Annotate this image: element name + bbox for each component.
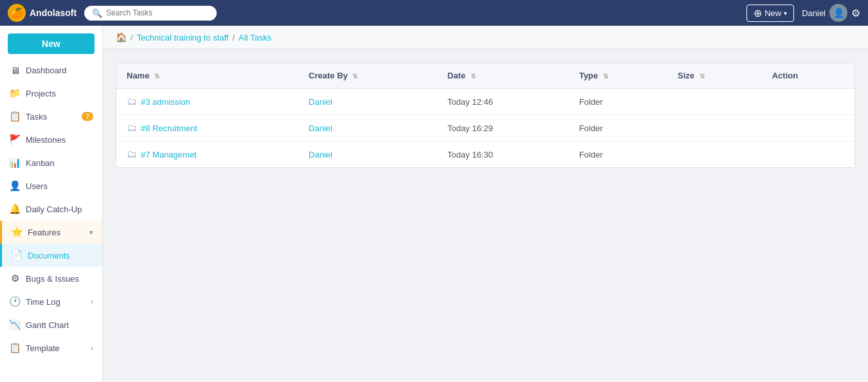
sidebar-label-template: Template (26, 343, 60, 353)
user-name: Daniel (802, 8, 826, 18)
sidebar-item-milestones[interactable]: 🚩 Milestones (0, 128, 102, 151)
breadcrumb-current[interactable]: All Tasks (239, 33, 271, 42)
cell-date: Today 12:46 (437, 89, 569, 115)
table-body: 🗂 #3 admission Daniel Today 12:46 Folder… (116, 89, 854, 168)
plus-icon: ⊕ (754, 7, 762, 19)
projects-icon: 📁 (9, 87, 21, 99)
cell-creator: Daniel (298, 115, 437, 141)
table-row: 🗂 #7 Managemet Daniel Today 16:30 Folder (116, 141, 854, 168)
users-icon: 👤 (9, 180, 21, 192)
cell-action (762, 141, 854, 168)
cell-action (762, 89, 854, 115)
dashboard-icon: 🖥 (9, 65, 21, 76)
cell-type: Folder (569, 141, 667, 168)
sidebar-label-gantt: Gantt Chart (26, 320, 69, 330)
documents-icon: 📄 (11, 250, 23, 261)
cell-date: Today 16:29 (437, 115, 569, 141)
cell-type: Folder (569, 89, 667, 115)
item-name[interactable]: 🗂 #3 admission (127, 96, 288, 107)
sidebar-item-bugs[interactable]: ⚙ Bugs & Issues (0, 267, 102, 290)
app-logo: 🍊 Andolasoft (8, 4, 77, 22)
folder-icon: 🗂 (127, 149, 137, 160)
new-button-top[interactable]: ⊕ New ▾ (746, 5, 794, 22)
topbar: 🍊 Andolasoft 🔍 ⊕ New ▾ Daniel 👤 ⚙ (0, 0, 868, 26)
chevron-left-icon-2: ‹ (91, 344, 93, 352)
kanban-icon: 📊 (9, 157, 21, 168)
template-icon: 📋 (9, 342, 21, 354)
sidebar-nav: 🖥 Dashboard 📁 Projects 📋 Tasks 7 🚩 Miles… (0, 59, 102, 382)
cell-creator: Daniel (298, 89, 437, 115)
sidebar-item-dashboard[interactable]: 🖥 Dashboard (0, 59, 102, 82)
sidebar-label-timelog: Time Log (26, 297, 60, 307)
features-icon: ⭐ (11, 226, 23, 238)
sidebar-label-users: Users (26, 181, 48, 191)
breadcrumb-project[interactable]: Technical training to staff (137, 33, 229, 42)
sidebar-item-template[interactable]: 📋 Template ‹ (0, 336, 102, 359)
bugs-icon: ⚙ (9, 273, 21, 284)
home-icon[interactable]: 🏠 (116, 32, 127, 42)
timelog-icon: 🕐 (9, 296, 21, 307)
sidebar-item-tasks[interactable]: 📋 Tasks 7 (0, 105, 102, 128)
sort-icon-type[interactable]: ⇅ (603, 73, 608, 80)
table-row: 🗂 #3 admission Daniel Today 12:46 Folder (116, 89, 854, 115)
search-input[interactable] (106, 8, 209, 17)
sidebar-item-projects[interactable]: 📁 Projects (0, 82, 102, 105)
logo-icon: 🍊 (8, 4, 26, 22)
cell-name: 🗂 #8 Recruitment (116, 115, 298, 141)
table-row: 🗂 #8 Recruitment Daniel Today 16:29 Fold… (116, 115, 854, 141)
sidebar: New 🖥 Dashboard 📁 Projects 📋 Tasks 7 🚩 M… (0, 26, 103, 382)
daily-catchup-icon: 🔔 (9, 203, 21, 215)
sidebar-item-kanban[interactable]: 📊 Kanban (0, 151, 102, 174)
doc-content: Name ⇅ Create By ⇅ Date ⇅ (103, 50, 868, 382)
user-area: Daniel 👤 ⚙ (802, 4, 860, 22)
sidebar-label-features: Features (28, 228, 60, 237)
item-name[interactable]: 🗂 #8 Recruitment (127, 122, 288, 134)
chevron-left-icon: ‹ (91, 298, 93, 305)
folder-icon: 🗂 (127, 96, 137, 107)
main-layout: New 🖥 Dashboard 📁 Projects 📋 Tasks 7 🚩 M… (0, 26, 868, 382)
cell-name: 🗂 #3 admission (116, 89, 298, 115)
sidebar-item-documents[interactable]: 📄 Documents (0, 244, 102, 267)
creator-name[interactable]: Daniel (309, 97, 332, 107)
breadcrumb: 🏠 / Technical training to staff / All Ta… (103, 26, 868, 50)
search-bar[interactable]: 🔍 (84, 6, 217, 21)
tasks-icon: 📋 (9, 111, 21, 122)
sidebar-item-timelog[interactable]: 🕐 Time Log ‹ (0, 290, 102, 313)
sidebar-label-daily-catchup: Daily Catch-Up (26, 205, 82, 214)
app-name: Andolasoft (30, 8, 77, 18)
creator-name[interactable]: Daniel (309, 123, 332, 133)
item-name[interactable]: 🗂 #7 Managemet (127, 149, 288, 160)
sidebar-item-gantt[interactable]: 📉 Gantt Chart (0, 313, 102, 336)
content-area: 🏠 / Technical training to staff / All Ta… (103, 26, 868, 382)
doc-table-wrapper: Name ⇅ Create By ⇅ Date ⇅ (116, 62, 855, 168)
col-action: Action (762, 63, 854, 89)
new-button-sidebar[interactable]: New (8, 33, 95, 54)
cell-size (667, 141, 762, 168)
col-name: Name ⇅ (116, 63, 298, 89)
sidebar-label-kanban: Kanban (26, 158, 55, 168)
sidebar-item-daily-catchup[interactable]: 🔔 Daily Catch-Up (0, 197, 102, 221)
sidebar-item-features[interactable]: ⭐ Features ▾ (0, 221, 102, 244)
sidebar-label-projects: Projects (26, 89, 56, 98)
col-type: Type ⇅ (569, 63, 667, 89)
cell-type: Folder (569, 115, 667, 141)
new-label: New (764, 8, 781, 18)
sort-icon-name[interactable]: ⇅ (154, 73, 159, 80)
chevron-down-icon: ▾ (89, 228, 93, 237)
documents-table: Name ⇅ Create By ⇅ Date ⇅ (116, 63, 854, 167)
sidebar-item-users[interactable]: 👤 Users (0, 174, 102, 197)
sort-icon-date[interactable]: ⇅ (471, 73, 476, 80)
creator-name[interactable]: Daniel (309, 150, 332, 159)
search-icon: 🔍 (92, 8, 102, 18)
gear-icon[interactable]: ⚙ (851, 7, 860, 19)
breadcrumb-sep-1: / (131, 33, 133, 42)
sort-icon-create-by[interactable]: ⇅ (352, 73, 357, 80)
sidebar-label-dashboard: Dashboard (26, 66, 67, 75)
sidebar-label-documents: Documents (28, 251, 70, 260)
sort-icon-size[interactable]: ⇅ (700, 73, 705, 80)
topbar-right: ⊕ New ▾ Daniel 👤 ⚙ (746, 4, 860, 22)
col-create-by: Create By ⇅ (298, 63, 437, 89)
sidebar-label-bugs: Bugs & Issues (26, 274, 79, 284)
sidebar-label-milestones: Milestones (26, 135, 66, 145)
cell-name: 🗂 #7 Managemet (116, 141, 298, 168)
